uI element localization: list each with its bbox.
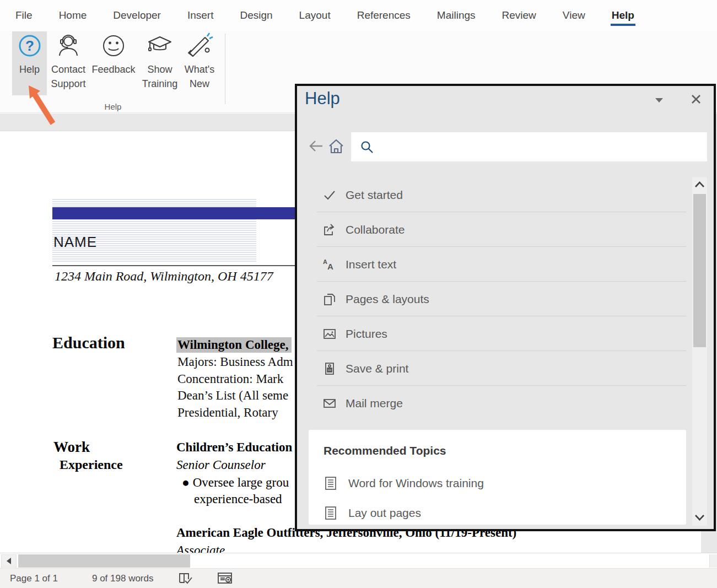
work-heading-line1: Work [53, 439, 90, 456]
menu-item-save-print[interactable]: Save & print [297, 351, 692, 386]
help-pane-scrollbar[interactable] [692, 177, 707, 526]
tab-view[interactable]: View [563, 9, 585, 21]
tab-developer[interactable]: Developer [113, 9, 161, 21]
ribbon-group-divider [225, 34, 225, 104]
show-training-label-line1: Show [147, 64, 172, 75]
education-line-majors: Majors: Business Adm [177, 355, 293, 369]
help-search-box [351, 132, 707, 161]
work-bullet-line2: experience-based [194, 492, 282, 506]
help-task-pane: Help [295, 84, 716, 531]
pane-options-chevron-down-icon[interactable] [655, 98, 663, 103]
checkmark-icon [322, 188, 337, 202]
svg-text:A: A [323, 258, 327, 265]
menu-item-label: Get started [346, 188, 403, 202]
tab-review[interactable]: Review [502, 9, 536, 21]
back-arrow-icon[interactable] [308, 139, 324, 153]
headset-icon [55, 31, 82, 60]
feedback-button[interactable]: Feedback [88, 31, 139, 77]
tab-file[interactable]: File [15, 9, 33, 21]
scroll-up-chevron-icon[interactable] [694, 181, 705, 188]
tab-mailings[interactable]: Mailings [437, 9, 476, 21]
svg-text:A: A [327, 262, 333, 271]
tab-help[interactable]: Help [612, 9, 634, 21]
menu-item-mail-merge[interactable]: Mail merge [297, 386, 692, 420]
whats-new-button[interactable]: What's New [179, 31, 220, 91]
article-icon [324, 506, 337, 520]
topic-lay-out-pages[interactable]: Lay out pages [309, 499, 686, 527]
menu-item-collaborate[interactable]: Collaborate [297, 212, 692, 247]
ribbon-tab-bar: File Home Developer Insert Design Layout… [0, 0, 717, 30]
page-indicator[interactable]: Page 1 of 1 [10, 573, 58, 584]
menu-item-get-started[interactable]: Get started [297, 177, 692, 212]
menu-item-label: Pictures [346, 327, 387, 341]
horizontal-scrollbar-thumb[interactable] [18, 554, 190, 568]
help-pane-title: Help [305, 89, 340, 109]
tab-home[interactable]: Home [59, 9, 87, 21]
font-aa-icon: A A [322, 257, 337, 272]
callout-arrow-to-help-button [22, 83, 61, 128]
menu-item-label: Save & print [346, 362, 408, 375]
whats-new-label-line2: New [190, 78, 209, 89]
menu-item-insert-text[interactable]: A A Insert text [297, 247, 692, 282]
envelope-icon [322, 396, 337, 411]
tab-layout[interactable]: Layout [299, 9, 331, 21]
scroll-left-arrow-icon[interactable] [1, 554, 17, 568]
smiley-icon [100, 31, 127, 60]
word-count[interactable]: 9 of 198 words [92, 573, 154, 584]
topic-label: Word for Windows training [348, 477, 484, 490]
menu-item-pictures[interactable]: Pictures [297, 316, 692, 351]
tab-references[interactable]: References [357, 9, 411, 21]
education-school-highlighted: Wilmington College, [176, 337, 292, 353]
document-address-text: 1234 Main Road, Wilmington, OH 45177 [55, 269, 273, 284]
scroll-down-chevron-icon[interactable] [694, 514, 705, 521]
feedback-label: Feedback [91, 64, 135, 75]
word-application-window: File Home Developer Insert Design Layout… [0, 0, 717, 588]
menu-item-label: Collaborate [346, 223, 405, 236]
contact-support-button[interactable]: Contact Support [47, 31, 89, 91]
help-button-label: Help [19, 64, 40, 75]
help-pane-navbar [297, 132, 714, 162]
work-bullet-line1: ● Oversee large grou [182, 476, 289, 490]
proofing-check-icon[interactable] [177, 571, 193, 586]
save-print-icon [322, 362, 337, 376]
help-topics-menu: Get started Collaborate A [297, 177, 692, 420]
share-icon [322, 223, 337, 237]
horizontal-scrollbar[interactable] [0, 553, 717, 568]
menu-item-pages-layouts[interactable]: Pages & layouts [297, 282, 692, 316]
pane-close-icon[interactable] [691, 94, 702, 105]
whats-new-label-line1: What's [185, 64, 214, 75]
scroll-right-button[interactable] [709, 554, 717, 568]
topic-label: Lay out pages [348, 506, 421, 520]
contact-support-label-line1: Contact [51, 64, 85, 75]
document-name-text: NAME [53, 234, 97, 251]
recommended-topics-card: Recommended Topics Word for Windows trai… [309, 430, 686, 525]
topic-word-for-windows-training[interactable]: Word for Windows training [309, 470, 686, 497]
show-training-label-line2: Training [142, 78, 177, 89]
help-search-input[interactable] [374, 132, 707, 161]
education-line-deans-list: Dean’s List (All seme [177, 389, 288, 403]
recommended-topics-header: Recommended Topics [324, 444, 446, 457]
work-title1: Senior Counselor [176, 458, 266, 472]
work-heading-line2: Experience [60, 457, 123, 472]
megaphone-icon [185, 31, 214, 60]
education-line-concentration: Concentration: Mark [177, 372, 283, 386]
home-icon[interactable] [328, 138, 344, 155]
tab-insert[interactable]: Insert [187, 9, 214, 21]
article-icon [324, 476, 337, 490]
menu-item-label: Pages & layouts [346, 293, 429, 306]
menu-item-label: Mail merge [346, 397, 403, 410]
work-employer1: Children’s Education [176, 440, 292, 455]
pages-icon [322, 292, 337, 306]
picture-icon [322, 327, 337, 341]
graduation-cap-icon [145, 31, 174, 60]
scrollbar-thumb[interactable] [693, 194, 706, 347]
show-training-button[interactable]: Show Training [138, 31, 182, 91]
search-icon [360, 140, 374, 154]
tab-design[interactable]: Design [240, 9, 272, 21]
macro-record-icon[interactable] [217, 571, 234, 586]
svg-text:?: ? [25, 37, 34, 54]
status-bar: Page 1 of 1 9 of 198 words [0, 568, 717, 588]
education-line-honors: Presidential, Rotary [177, 406, 278, 420]
education-heading: Education [52, 333, 125, 352]
menu-item-label: Insert text [346, 258, 396, 271]
